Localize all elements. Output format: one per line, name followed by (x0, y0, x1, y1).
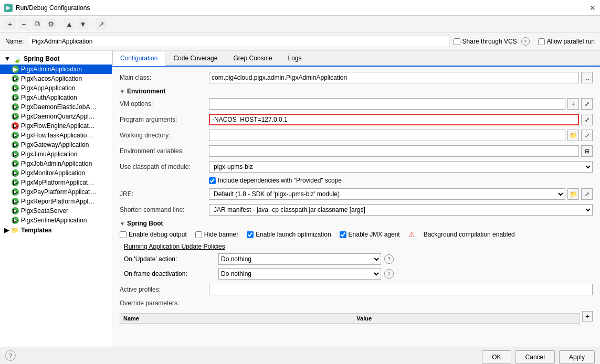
sidebar-item-13[interactable]: ▶PigxPayPlatformApplicat… (0, 187, 112, 197)
program-args-control: ⤢ (209, 114, 593, 125)
hide-banner-checkbox[interactable] (195, 231, 202, 238)
sidebar-item-6[interactable]: ▶PigxFlowEngineApplicat… (0, 121, 112, 131)
jre-select[interactable]: Default (1.8 - SDK of 'pigx-upms-biz' mo… (209, 188, 565, 200)
classpath-select[interactable]: pigx-upms-biz (209, 161, 593, 173)
sidebar-item-7[interactable]: ▶PigxFlowTaskApplicatio… (0, 131, 112, 140)
program-args-expand-button[interactable]: ⤢ (581, 114, 593, 125)
spring-boot-section-header[interactable]: ▼ Spring Boot (120, 220, 593, 227)
help-button[interactable]: ? (5, 350, 16, 361)
sidebar-item-label-9: PigxJimuApplication (21, 151, 77, 158)
tab-grep-console[interactable]: Grep Console (225, 51, 280, 66)
title-bar: ▶ Run/Debug Configurations ✕ (0, 0, 600, 16)
remove-button[interactable]: − (18, 18, 29, 30)
main-class-row: Main class: … (120, 72, 593, 83)
vm-fullscreen-button[interactable]: ⤢ (581, 98, 593, 110)
ok-button[interactable]: OK (482, 350, 511, 364)
sidebar-item-icon-4: ▶ (12, 103, 19, 111)
toolbar: + − ⧉ ⚙ ▲ ▼ ↗ (0, 16, 600, 33)
env-vars-browse-button[interactable]: ⊞ (581, 145, 593, 157)
enable-launch-checkbox[interactable] (247, 231, 254, 238)
active-profiles-input[interactable] (209, 284, 593, 295)
move-to-button[interactable]: ↗ (96, 18, 107, 30)
main-class-control: … (209, 72, 593, 83)
move-up-button[interactable]: ▲ (64, 18, 75, 30)
copy-button[interactable]: ⧉ (31, 18, 43, 30)
sidebar-item-14[interactable]: ▶PigxReportPlatformAppl… (0, 197, 112, 206)
add-param-button[interactable]: + (582, 311, 593, 322)
settings-button[interactable]: ⚙ (45, 18, 57, 30)
close-button[interactable]: ✕ (590, 4, 596, 12)
sidebar-item-icon-2: ▶ (12, 84, 19, 92)
vm-expand-button[interactable]: + (567, 98, 579, 110)
sidebar-item-3[interactable]: ▶PigxAuthApplication (0, 93, 112, 102)
shorten-control: JAR manifest - java -cp classpath.jar cl… (209, 204, 593, 216)
jre-folder-button[interactable]: 📁 (567, 188, 579, 200)
params-empty-row (120, 324, 580, 326)
templates-expand-icon: ▶ (4, 227, 9, 234)
env-vars-input[interactable] (209, 145, 579, 157)
spring-boot-group-header[interactable]: ▼ 🍃 Spring Boot (0, 53, 112, 65)
sidebar-item-2[interactable]: ▶PigxAppApplication (0, 83, 112, 93)
enable-jmx-checkbox[interactable] (340, 231, 346, 238)
program-args-input[interactable] (209, 114, 579, 125)
params-name-col: Name (120, 314, 353, 324)
tab-configuration[interactable]: Configuration (112, 51, 165, 66)
sidebar-item-label-3: PigxAuthApplication (21, 94, 77, 101)
on-update-select[interactable]: Do nothing Update resources Update class… (218, 253, 381, 265)
on-update-help-icon[interactable]: ? (384, 254, 394, 264)
enable-jmx-label: Enable JMX agent (340, 231, 400, 238)
tab-logs[interactable]: Logs (280, 51, 310, 66)
sidebar-item-4[interactable]: ▶PigxDaemonElasticJobA… (0, 102, 112, 112)
program-args-row: Program arguments: ⤢ (120, 114, 593, 125)
environment-section-header[interactable]: ▼ Environment (120, 88, 593, 95)
tab-code-coverage[interactable]: Code Coverage (165, 51, 225, 66)
sidebar-item-5[interactable]: ▶PigxDaemonQuartzAppl… (0, 112, 112, 121)
name-input[interactable] (28, 36, 449, 47)
add-button[interactable]: + (4, 18, 16, 30)
sidebar-item-9[interactable]: ▶PigxJimuApplication (0, 149, 112, 159)
sidebar-item-label-7: PigxFlowTaskApplicatio… (21, 132, 93, 139)
sidebar-item-label-4: PigxDaemonElasticJobA… (21, 103, 96, 111)
toolbar-separator (60, 20, 60, 28)
sidebar-item-10[interactable]: ▶PigxJobAdminApplication (0, 159, 112, 168)
classpath-label: Use classpath of module: (120, 163, 209, 170)
sidebar-item-16[interactable]: ▶PigxSentinelApplication (0, 216, 112, 225)
working-dir-folder-button[interactable]: 📁 (567, 130, 579, 141)
sidebar-item-11[interactable]: ▶PigxMonitorApplication (0, 168, 112, 178)
spring-boot-label: Spring Boot (24, 55, 60, 62)
active-profiles-row: Active profiles: (120, 284, 593, 295)
share-vcs-checkbox[interactable] (454, 38, 460, 45)
jre-expand-button[interactable]: ⤢ (581, 188, 593, 200)
templates-item[interactable]: ▶ 📁 Templates (0, 225, 112, 235)
sidebar-item-label-15: PigxSeataServer (21, 207, 68, 215)
allow-parallel-checkbox[interactable] (538, 38, 545, 45)
spring-boot-group: ▼ 🍃 Spring Boot ▶PigxAdminApplication▶Pi… (0, 53, 112, 225)
on-frame-select[interactable]: Do nothing Update resources (218, 268, 381, 280)
vm-options-input[interactable] (209, 98, 565, 110)
share-help-icon[interactable]: ? (521, 37, 530, 46)
override-params-label: Override parameters: (120, 299, 209, 307)
sidebar-item-8[interactable]: ▶PigxGatewayApplication (0, 140, 112, 149)
on-frame-help-icon[interactable]: ? (384, 269, 394, 279)
working-dir-label: Working directory: (120, 132, 209, 139)
sidebar-item-icon-10: ▶ (12, 160, 19, 167)
sidebar-item-icon-9: ▶ (12, 151, 19, 158)
enable-debug-checkbox[interactable] (120, 231, 127, 238)
shorten-select[interactable]: JAR manifest - java -cp classpath.jar cl… (209, 204, 593, 216)
working-dir-input[interactable] (209, 130, 565, 141)
working-dir-expand-button[interactable]: ⤢ (581, 130, 593, 141)
sidebar-item-icon-3: ▶ (12, 94, 19, 101)
cancel-button[interactable]: Cancel (515, 350, 555, 364)
sidebar-item-12[interactable]: ▶PigxMpPlatformApplicat… (0, 178, 112, 187)
move-down-button[interactable]: ▼ (77, 18, 89, 30)
sidebar-item-1[interactable]: ▶PigxNacosApplication (0, 74, 112, 83)
include-deps-checkbox[interactable] (209, 177, 216, 184)
sidebar-item-15[interactable]: ▶PigxSeataServer (0, 206, 112, 216)
sidebar: ▼ 🍃 Spring Boot ▶PigxAdminApplication▶Pi… (0, 51, 112, 347)
main-class-input[interactable] (209, 72, 579, 83)
main-class-browse-button[interactable]: … (581, 72, 593, 83)
apply-button[interactable]: Apply (559, 350, 595, 364)
env-vars-row: Environment variables: ⊞ (120, 145, 593, 157)
sidebar-item-0[interactable]: ▶PigxAdminApplication (0, 65, 112, 74)
shorten-label: Shorten command line: (120, 206, 209, 213)
